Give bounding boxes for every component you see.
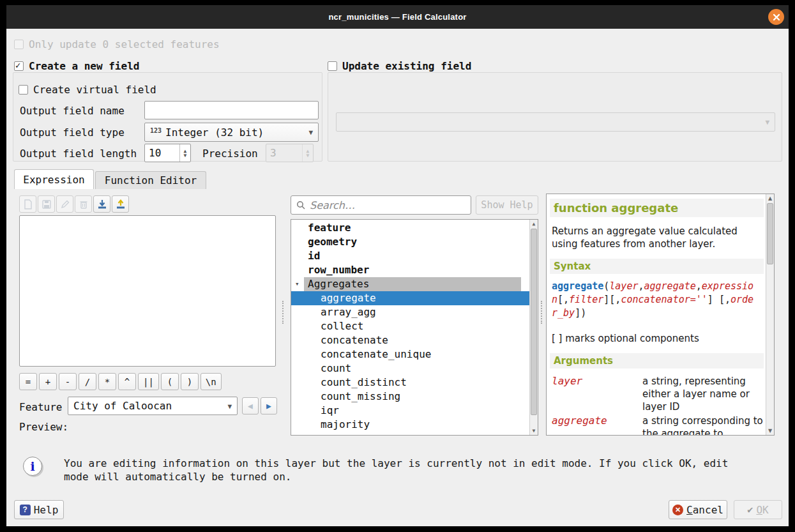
edit-mode-message: You are editing information on this laye… — [64, 457, 731, 483]
search-icon — [296, 201, 305, 209]
expander-arrow-icon[interactable]: ▾ — [295, 277, 299, 291]
cancel-icon: ✕ — [672, 505, 683, 515]
operator-button[interactable]: ^ — [118, 373, 136, 390]
new-file-icon — [23, 199, 33, 209]
function-list-item[interactable]: concatenate — [291, 333, 529, 347]
import-down-arrow-icon — [97, 199, 107, 209]
operator-button[interactable]: + — [39, 373, 57, 390]
function-list-rows: featuregeometryidrow_number▾Aggregatesag… — [291, 221, 529, 432]
trash-icon — [79, 199, 89, 209]
syntax-token: filter — [569, 294, 603, 305]
help-icon: ? — [20, 505, 31, 515]
delete-expression-button — [75, 195, 92, 213]
function-item-label: count_distinct — [291, 376, 529, 390]
function-list-item[interactable]: concatenate_unique — [291, 347, 529, 361]
argument-description: a string, representing either a layer na… — [642, 375, 763, 413]
operator-button[interactable]: = — [19, 373, 37, 390]
scroll-down-icon[interactable]: ▼ — [530, 427, 538, 435]
spinner-arrows-icon[interactable]: ▲▼ — [179, 144, 190, 162]
help-scrollbar[interactable]: ▲ ▼ — [766, 194, 774, 435]
syntax-token: aggregate — [552, 280, 603, 292]
titlebar[interactable]: ncr_municities — Field Calculator — [6, 5, 789, 29]
create-virtual-field-checkbox[interactable]: Create virtual field — [19, 84, 156, 96]
tab-function-editor[interactable]: Function Editor — [95, 171, 206, 189]
function-item-label: majority — [291, 418, 529, 432]
operator-button[interactable]: * — [98, 373, 116, 390]
operator-button[interactable]: - — [59, 373, 77, 390]
output-field-length-value: 10 — [149, 147, 161, 159]
operator-button[interactable]: / — [79, 373, 96, 390]
scrollbar-thumb[interactable] — [767, 203, 773, 264]
function-list-item[interactable]: array_agg — [291, 305, 529, 319]
output-field-type-combo[interactable]: 123 Integer (32 bit) ▼ — [144, 123, 319, 142]
window-title: ncr_municities — Field Calculator — [328, 12, 466, 22]
syntax-token: layer — [609, 280, 638, 292]
close-button[interactable] — [768, 9, 784, 25]
operator-button[interactable]: || — [138, 373, 159, 390]
next-feature-button[interactable]: ▶ — [261, 397, 277, 414]
precision-spinner: 3 ▲▼ — [266, 144, 314, 162]
syntax-token: ] [, — [708, 294, 731, 305]
function-list-item[interactable]: id — [291, 249, 529, 263]
scroll-up-icon[interactable]: ▲ — [766, 194, 774, 202]
argument-row: layera string, representing either a lay… — [552, 375, 763, 413]
splitter-handle[interactable] — [282, 301, 285, 324]
function-list-item[interactable]: majority — [291, 418, 529, 432]
checkbox-unchecked-icon[interactable] — [328, 61, 337, 71]
help-description: Returns an aggregate value calculated us… — [552, 225, 761, 250]
argument-description: a string corresponding to the aggregate … — [642, 414, 763, 435]
argument-row: aggregatea string corresponding to the a… — [552, 414, 763, 435]
function-list-scrollbar[interactable]: ▲ ▼ — [529, 220, 538, 435]
feature-combo[interactable]: City of Caloocan ▼ — [68, 397, 238, 415]
function-list[interactable]: featuregeometryidrow_number▾Aggregatesag… — [291, 219, 538, 436]
syntax-token: [, — [557, 294, 569, 305]
close-icon — [773, 13, 780, 21]
operator-button[interactable]: ) — [181, 373, 199, 390]
scrollbar-thumb[interactable] — [531, 229, 537, 415]
checkbox-unchecked-icon[interactable] — [19, 85, 28, 95]
function-list-item[interactable]: count_missing — [291, 390, 529, 404]
output-field-name-input[interactable] — [144, 101, 319, 119]
function-list-item[interactable]: geometry — [291, 235, 529, 249]
optional-note: [ ] marks optional components — [552, 332, 761, 345]
spinner-arrows-icon: ▲▼ — [302, 144, 313, 162]
create-new-field-checkbox[interactable]: ✓ Create a new field — [14, 60, 139, 72]
syntax-token: , — [696, 280, 702, 292]
update-field-groupbox: ▼ — [328, 72, 782, 162]
precision-label: Precision — [202, 148, 258, 160]
help-button[interactable]: ? Help — [14, 500, 64, 519]
update-existing-field-checkbox[interactable]: Update existing field — [328, 60, 471, 72]
operator-button[interactable]: ( — [161, 373, 179, 390]
tab-expression-label: Expression — [23, 174, 84, 186]
function-search[interactable] — [291, 195, 471, 215]
function-list-item[interactable]: feature — [291, 221, 529, 235]
scroll-down-icon[interactable]: ▼ — [766, 427, 774, 435]
function-list-item[interactable]: count_distinct — [291, 376, 529, 390]
import-expression-button[interactable] — [93, 195, 110, 213]
function-list-item[interactable]: aggregate — [291, 291, 529, 305]
function-list-item[interactable]: row_number — [291, 263, 529, 277]
checkbox-checked-icon[interactable]: ✓ — [14, 61, 24, 71]
splitter-handle[interactable] — [541, 301, 543, 324]
function-list-item[interactable]: ▾Aggregates — [291, 277, 529, 291]
cancel-button[interactable]: ✕ Cancel — [669, 500, 727, 519]
export-expression-button[interactable] — [112, 195, 129, 213]
create-new-field-label: Create a new field — [29, 60, 139, 72]
syntax-token: aggregate — [644, 280, 696, 292]
expression-editor[interactable] — [19, 215, 276, 367]
output-field-length-spinner[interactable]: 10 ▲▼ — [144, 144, 191, 162]
function-list-item[interactable]: count — [291, 361, 529, 376]
operator-button[interactable]: \n — [201, 373, 222, 390]
tab-expression[interactable]: Expression — [14, 169, 94, 189]
function-list-item[interactable]: collect — [291, 319, 529, 333]
search-input[interactable] — [310, 199, 466, 211]
scroll-up-icon[interactable]: ▲ — [530, 220, 538, 228]
cancel-button-label: Cancel — [686, 504, 723, 516]
feature-label: Feature — [19, 401, 62, 413]
function-item-label: count_missing — [291, 390, 529, 404]
function-list-item[interactable]: iqr — [291, 404, 529, 418]
arguments-heading: Arguments — [550, 353, 764, 369]
save-icon — [42, 199, 52, 209]
function-item-label: count — [291, 361, 529, 376]
ok-button-label: OK — [756, 504, 768, 516]
